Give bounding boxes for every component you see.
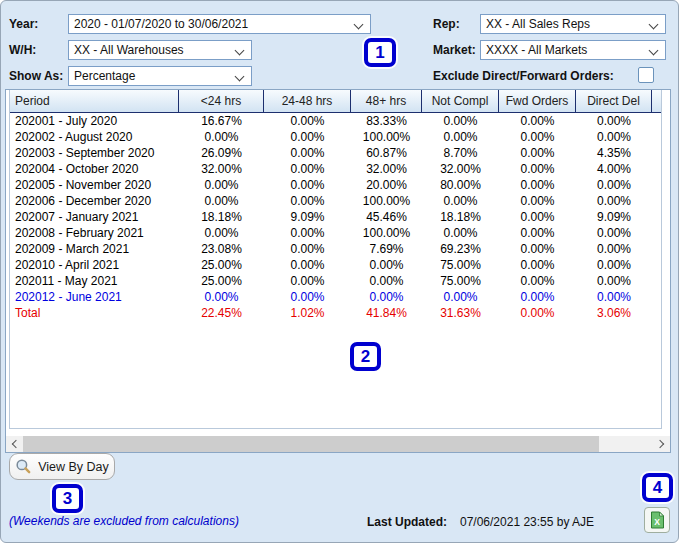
value-cell: 16.67%	[179, 113, 264, 129]
value-cell: 41.84%	[351, 305, 422, 321]
magnifier-icon	[15, 458, 32, 475]
year-select[interactable]: 2020 - 01/07/2020 to 30/06/2021	[68, 14, 371, 34]
value-cell: 0.00%	[499, 193, 576, 209]
value-cell: 0.00%	[422, 193, 499, 209]
value-cell: 100.00%	[351, 225, 422, 241]
value-cell: 0.00%	[576, 273, 652, 289]
show-as-select-value: Percentage	[74, 69, 135, 83]
view-by-day-label: View By Day	[38, 460, 109, 474]
table-row[interactable]: 202011 - May 202125.00%0.00%0.00%75.00%0…	[10, 273, 661, 289]
rep-label: Rep:	[433, 17, 460, 31]
report-panel: Year: 2020 - 01/07/2020 to 30/06/2021 Re…	[0, 0, 679, 543]
table-row[interactable]: 202005 - November 20200.00%0.00%20.00%80…	[10, 177, 661, 193]
chevron-right-icon	[656, 440, 664, 448]
value-cell: 0.00%	[576, 289, 652, 305]
view-by-day-button[interactable]: View By Day	[9, 453, 115, 480]
value-cell: 0.00%	[264, 129, 351, 145]
table-row[interactable]: 202010 - April 202125.00%0.00%0.00%75.00…	[10, 257, 661, 273]
column-header-period[interactable]: Period	[10, 90, 179, 112]
column-header-48-plus-hrs[interactable]: 48+ hrs	[351, 90, 422, 112]
table-row[interactable]: 202006 - December 20200.00%0.00%100.00%0…	[10, 193, 661, 209]
value-cell: 0.00%	[499, 113, 576, 129]
table-row[interactable]: 202009 - March 202123.08%0.00%7.69%69.23…	[10, 241, 661, 257]
scroll-left-button[interactable]	[6, 436, 23, 452]
exclude-orders-label: Exclude Direct/Forward Orders:	[433, 69, 614, 83]
market-select[interactable]: XXXX - All Markets	[480, 40, 666, 60]
results-panel: Period <24 hrs 24-48 hrs 48+ hrs Not Com…	[5, 89, 671, 453]
period-cell: 202009 - March 2021	[10, 241, 179, 257]
value-cell: 0.00%	[264, 113, 351, 129]
value-cell: 0.00%	[422, 225, 499, 241]
value-cell: 0.00%	[576, 257, 652, 273]
table-header-row: Period <24 hrs 24-48 hrs 48+ hrs Not Com…	[10, 90, 661, 113]
value-cell: 0.00%	[264, 193, 351, 209]
callout-1: 1	[364, 38, 396, 67]
chevron-down-icon	[235, 72, 245, 82]
rep-select[interactable]: XX - All Sales Reps	[480, 14, 666, 34]
export-to-excel-button[interactable]: X	[644, 507, 670, 533]
value-cell: 0.00%	[499, 209, 576, 225]
value-cell: 3.06%	[576, 305, 652, 321]
value-cell: 0.00%	[576, 177, 652, 193]
table-row[interactable]: 202001 - July 202016.67%0.00%83.33%0.00%…	[10, 113, 661, 129]
value-cell: 83.33%	[351, 113, 422, 129]
show-as-label: Show As:	[9, 69, 63, 83]
column-header-under-24-hrs[interactable]: <24 hrs	[179, 90, 264, 112]
period-cell: 202004 - October 2020	[10, 161, 179, 177]
table-row[interactable]: 202003 - September 202026.09%0.00%60.87%…	[10, 145, 661, 161]
value-cell: 0.00%	[576, 225, 652, 241]
rep-select-value: XX - All Sales Reps	[486, 17, 590, 31]
value-cell: 0.00%	[264, 145, 351, 161]
table-row[interactable]: 202007 - January 202118.18%9.09%45.46%18…	[10, 209, 661, 225]
table-row[interactable]: 202004 - October 202032.00%0.00%32.00%32…	[10, 161, 661, 177]
warehouse-select[interactable]: XX - All Warehouses	[68, 40, 252, 60]
column-header-direct-del[interactable]: Direct Del	[576, 90, 652, 112]
table-row[interactable]: 202008 - February 20210.00%0.00%100.00%0…	[10, 225, 661, 241]
value-cell: 0.00%	[422, 113, 499, 129]
show-as-select[interactable]: Percentage	[68, 66, 252, 86]
value-cell: 75.00%	[422, 257, 499, 273]
column-header-fwd-orders[interactable]: Fwd Orders	[499, 90, 576, 112]
period-cell: 202005 - November 2020	[10, 177, 179, 193]
value-cell: 0.00%	[499, 257, 576, 273]
callout-4: 4	[642, 473, 673, 502]
value-cell: 32.00%	[351, 161, 422, 177]
last-updated-value: 07/06/2021 23:55 by AJE	[460, 515, 594, 529]
results-table: Period <24 hrs 24-48 hrs 48+ hrs Not Com…	[9, 90, 662, 429]
svg-text:X: X	[654, 517, 660, 527]
value-cell: 0.00%	[264, 257, 351, 273]
value-cell: 0.00%	[576, 129, 652, 145]
value-cell: 0.00%	[499, 273, 576, 289]
value-cell: 20.00%	[351, 177, 422, 193]
table-row-total[interactable]: Total22.45%1.02%41.84%31.63%0.00%3.06%	[10, 305, 661, 321]
column-header-not-compl[interactable]: Not Compl	[422, 90, 499, 112]
value-cell: 31.63%	[422, 305, 499, 321]
scrollbar-thumb[interactable]	[23, 436, 599, 452]
value-cell: 0.00%	[264, 225, 351, 241]
value-cell: 0.00%	[422, 129, 499, 145]
table-row[interactable]: 202012 - June 20210.00%0.00%0.00%0.00%0.…	[10, 289, 661, 305]
value-cell: 0.00%	[576, 113, 652, 129]
scroll-right-button[interactable]	[653, 436, 670, 452]
weekends-note: (Weekends are excluded from calculations…	[9, 514, 239, 528]
value-cell: 25.00%	[179, 273, 264, 289]
column-header-24-48-hrs[interactable]: 24-48 hrs	[264, 90, 351, 112]
value-cell: 0.00%	[264, 161, 351, 177]
year-label: Year:	[9, 17, 38, 31]
value-cell: 0.00%	[264, 273, 351, 289]
value-cell: 0.00%	[179, 193, 264, 209]
chevron-down-icon	[649, 20, 659, 30]
value-cell: 23.08%	[179, 241, 264, 257]
value-cell: 18.18%	[179, 209, 264, 225]
exclude-orders-checkbox[interactable]	[638, 67, 654, 83]
value-cell: 100.00%	[351, 193, 422, 209]
value-cell: 0.00%	[264, 289, 351, 305]
excel-export-icon: X	[649, 511, 665, 529]
year-select-value: 2020 - 01/07/2020 to 30/06/2021	[74, 17, 248, 31]
chevron-down-icon	[354, 20, 364, 30]
value-cell: 32.00%	[179, 161, 264, 177]
value-cell: 7.69%	[351, 241, 422, 257]
value-cell: 75.00%	[422, 273, 499, 289]
table-row[interactable]: 202002 - August 20200.00%0.00%100.00%0.0…	[10, 129, 661, 145]
horizontal-scrollbar[interactable]	[6, 436, 670, 452]
